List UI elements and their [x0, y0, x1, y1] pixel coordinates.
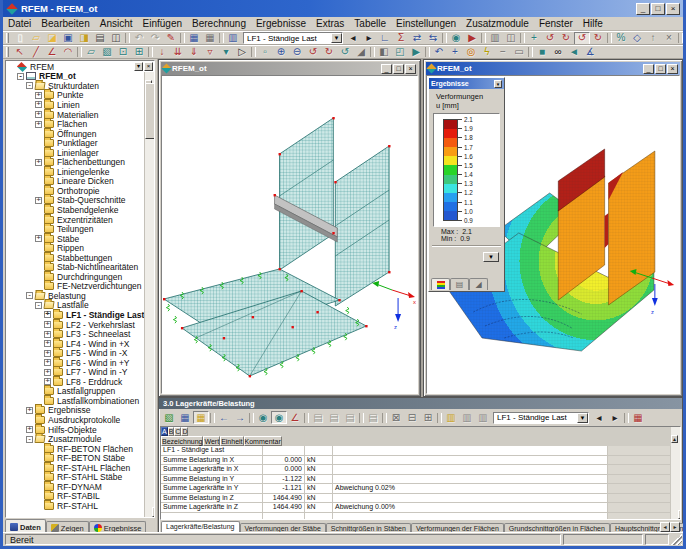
tree-expander[interactable]: -: [26, 292, 33, 299]
table-row[interactable]: [161, 513, 671, 521]
menu-item[interactable]: Zusatzmodule: [461, 18, 534, 29]
tree-item[interactable]: RF-STAHL: [6, 501, 144, 511]
regenerate-2-icon[interactable]: ↻: [558, 32, 574, 45]
regenerate-3-icon[interactable]: ↺: [574, 32, 590, 45]
tree-item[interactable]: + LF5 - Wind in -X: [6, 348, 144, 358]
cell-wert[interactable]: [263, 446, 305, 455]
zoom-in-icon[interactable]: ⊕: [273, 46, 289, 59]
cell-kommentar[interactable]: [333, 513, 608, 521]
close-button[interactable]: ×: [667, 64, 678, 74]
table-loadcase-dropdown[interactable]: LF1 - Ständige Last ▼: [493, 412, 589, 424]
legend-tab-colorscale[interactable]: [431, 278, 450, 290]
sheet-copy-icon[interactable]: ▥: [443, 411, 459, 424]
isometric-view-icon[interactable]: ◰: [392, 46, 408, 59]
edit-pencil-icon[interactable]: ✎: [163, 32, 179, 45]
table-highlight-icon[interactable]: ▦: [193, 411, 209, 424]
tree-item[interactable]: - RFEM_ot: [6, 72, 144, 82]
tree-item[interactable]: + LF3 - Schneelast: [6, 329, 144, 339]
cell-einheit[interactable]: [305, 513, 333, 521]
tree-item[interactable]: FE-Netzverdichtungen: [6, 282, 144, 292]
sheet-clear-icon[interactable]: ▥: [475, 411, 491, 424]
tree-item[interactable]: Stab-Nichtlinearitäten: [6, 262, 144, 272]
cell-kommentar[interactable]: [333, 475, 608, 484]
draw-arc-icon[interactable]: ◠: [60, 46, 76, 59]
tree-item[interactable]: RF-STAHL Flächen: [6, 463, 144, 473]
cell-bezeichnung[interactable]: Summe Belastung in X: [161, 456, 263, 465]
tree-item[interactable]: + Hilfs-Objekte: [6, 425, 144, 435]
tree-expander[interactable]: +: [35, 121, 42, 128]
load-node-icon[interactable]: ↓: [154, 46, 170, 59]
tree-item[interactable]: Stabendgelenke: [6, 205, 144, 215]
cell-einheit[interactable]: kN: [305, 475, 333, 484]
tree-item[interactable]: + LF6 - Wind in +Y: [6, 358, 144, 368]
draw-polyline-icon[interactable]: ∠: [44, 46, 60, 59]
cell-bezeichnung[interactable]: [161, 513, 263, 521]
maximize-button[interactable]: □: [393, 64, 404, 74]
tree-item[interactable]: Orthotropie: [6, 186, 144, 196]
loadcase-stairs-icon[interactable]: ∟: [377, 32, 393, 45]
zoom-window-icon[interactable]: ▫: [257, 46, 273, 59]
export-chart-icon[interactable]: ▧: [161, 411, 177, 424]
menu-item[interactable]: Ergebnisse: [251, 18, 311, 29]
tree-expander[interactable]: +: [44, 359, 51, 366]
tree-item[interactable]: Stabbettungen: [6, 253, 144, 263]
new-solid-icon[interactable]: ▧: [99, 46, 115, 59]
zoom-out-icon[interactable]: ⊖: [289, 46, 305, 59]
cell-kommentar[interactable]: Abweichung 0.00%: [333, 503, 608, 512]
menu-item[interactable]: Bearbeiten: [36, 18, 94, 29]
legend-tab-pages[interactable]: ▤: [450, 278, 469, 290]
legend-tab-ramp[interactable]: ◢: [469, 278, 488, 290]
column-header[interactable]: Kommentar: [244, 436, 282, 446]
tree-expander[interactable]: +: [44, 369, 51, 376]
column-letter[interactable]: B: [168, 427, 175, 436]
tree-item[interactable]: RFEM: [6, 62, 144, 72]
tree-item[interactable]: Punktlager: [6, 138, 144, 148]
tree-item[interactable]: RF-BETON Flächen: [6, 444, 144, 454]
copy-table-icon[interactable]: ▥: [487, 32, 503, 45]
tree-expander[interactable]: +: [35, 111, 42, 118]
results-window-titlebar[interactable]: RFEM_ot _□×: [426, 62, 680, 75]
menu-item[interactable]: Tabelle: [349, 18, 391, 29]
column-letter[interactable]: C: [174, 427, 181, 436]
animation-icon[interactable]: ◉: [448, 32, 464, 45]
cell-kommentar[interactable]: [333, 465, 608, 474]
generate-icon[interactable]: ▷: [234, 46, 250, 59]
results-legend-panel[interactable]: Ergebnisse ▾ Verformungen u [mm] 2.11.91…: [428, 77, 505, 292]
tree-expander[interactable]: -: [17, 73, 24, 80]
tree-item[interactable]: Öffnungen: [6, 129, 144, 139]
split-view-icon[interactable]: ◫: [503, 32, 519, 45]
delete-icon[interactable]: ×: [661, 32, 677, 45]
tree-item[interactable]: + LF2 - Verkehrslast: [6, 320, 144, 330]
tree-item[interactable]: + LF8 - Erddruck: [6, 377, 144, 387]
save-icon[interactable]: ▣: [60, 32, 76, 45]
move-view-icon[interactable]: +: [447, 46, 463, 59]
tree-item[interactable]: - Belastung: [6, 291, 144, 301]
tree-item[interactable]: RF-DYNAM: [6, 482, 144, 492]
table-scrollbar[interactable]: ▲ ▼: [671, 427, 680, 519]
title-bar[interactable]: RFEM - RFEM_ot _□×: [3, 0, 683, 17]
regenerate-4-icon[interactable]: ↻: [590, 32, 606, 45]
show-results-icon[interactable]: ∞: [550, 46, 566, 59]
tree-item[interactable]: Liniengelenke: [6, 167, 144, 177]
maximize-button[interactable]: □: [651, 3, 665, 15]
draw-line-icon[interactable]: ╱: [28, 46, 44, 59]
tree-expander[interactable]: -: [35, 302, 42, 309]
cell-bezeichnung[interactable]: Summe Belastung in Y: [161, 475, 263, 484]
render-solid-icon[interactable]: ■: [534, 46, 550, 59]
cell-einheit[interactable]: kN: [305, 494, 333, 503]
dropdown-arrow-icon[interactable]: ▼: [577, 413, 588, 423]
menu-item[interactable]: Einfügen: [138, 18, 187, 29]
prev-loadcase-icon[interactable]: ◂: [345, 32, 361, 45]
tab-scroll-right-icon[interactable]: ▸: [670, 522, 680, 532]
model-window[interactable]: RFEM_ot _□×: [158, 59, 421, 397]
tree-item[interactable]: + Flächen: [6, 119, 144, 129]
table-row[interactable]: Summe Lagerkräfte in Y -1.121 kN Abweich…: [161, 484, 671, 494]
cell-wert[interactable]: -1.122: [263, 475, 305, 484]
menu-item[interactable]: Ansicht: [95, 18, 138, 29]
tree-expander[interactable]: +: [44, 311, 51, 318]
tree-expander[interactable]: +: [44, 321, 51, 328]
tree-expander[interactable]: +: [35, 159, 42, 166]
view-direction-icon[interactable]: ▶: [408, 46, 424, 59]
tree-item[interactable]: Durchdringungen: [6, 272, 144, 282]
resize-grip[interactable]: [671, 534, 682, 545]
